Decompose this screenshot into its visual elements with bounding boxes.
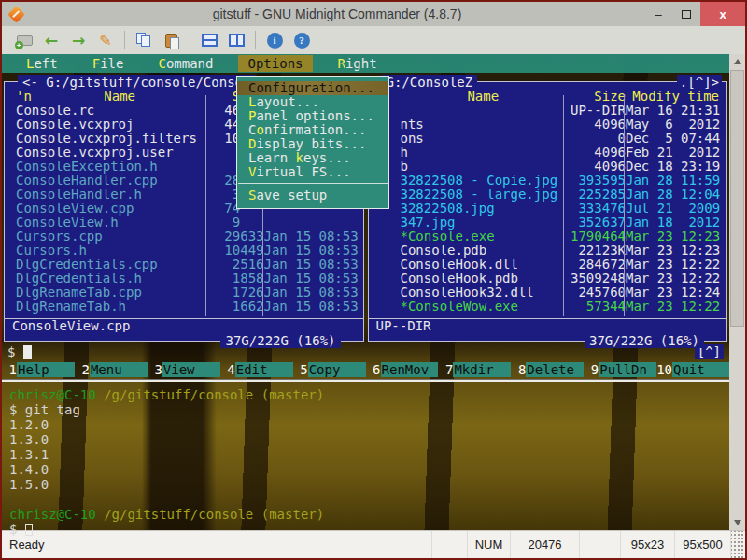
left-panel-ministatus: ConsoleView.cpp: [5, 318, 363, 332]
file-name: nts: [376, 118, 567, 132]
fkey-button-delete[interactable]: 8Delete: [511, 362, 584, 377]
file-row[interactable]: b4096Dec 18 23:19: [369, 160, 727, 174]
menu-item[interactable]: Confirmation...: [237, 123, 388, 137]
vertical-scrollbar[interactable]: [729, 54, 745, 530]
new-tab-button[interactable]: [13, 29, 35, 51]
file-mtime: Jan 15 08:53: [264, 230, 356, 244]
fkey-button-help[interactable]: 1Help: [2, 362, 75, 377]
column-header-name[interactable]: Name: [401, 90, 567, 104]
file-row[interactable]: DlgRenameTab.cpp1726Jan 15 08:53: [5, 286, 363, 300]
split-horizontal-button[interactable]: [198, 29, 220, 51]
file-name: ConsoleHook32.dll: [376, 286, 567, 300]
file-row[interactable]: 347.jpg352637Jan 18 2012: [369, 216, 727, 230]
terminal-scrollback: chrisz@C-10 /g/gitstuff/console (master)…: [2, 383, 729, 537]
copy-button[interactable]: [133, 29, 155, 51]
menu-item[interactable]: Layout...: [237, 95, 388, 109]
file-row[interactable]: 32822508 - Copie.jpg393595Jan 28 11:59: [369, 174, 727, 188]
file-row[interactable]: ConsoleHook.pdb3509248Mar 23 12:22: [369, 272, 727, 286]
back-button[interactable]: ←: [40, 29, 63, 51]
shell-prompt: $: [7, 344, 15, 359]
right-panel-free-space: 37G/222G (16%): [585, 333, 704, 348]
menu-item[interactable]: Virtual FS...: [237, 165, 388, 179]
scrollbar-thumb[interactable]: [730, 70, 744, 327]
file-size: 245760: [566, 286, 626, 300]
file-size: 9: [208, 216, 264, 230]
menu-item[interactable]: Learn keys...: [237, 151, 388, 165]
menu-item[interactable]: Save setup: [237, 189, 388, 203]
file-name: h: [376, 146, 567, 160]
file-row[interactable]: h4096Feb 21 2012: [369, 146, 727, 160]
file-mtime: Jan 15 08:53: [264, 286, 356, 300]
app-window: gitstuff - GNU Midnight Commander (4.8.7…: [0, 0, 747, 560]
column-header-size[interactable]: Size: [566, 90, 626, 104]
fkey-button-menu[interactable]: 2Menu: [75, 362, 148, 377]
resize-grip[interactable]: [730, 531, 745, 558]
right-panel-history-mark[interactable]: .[^]>: [677, 75, 722, 90]
file-row[interactable]: Cursors.cpp29633Jan 15 08:53: [5, 230, 363, 244]
split-horizontal-icon: [202, 34, 218, 47]
scroll-up-button[interactable]: [729, 54, 745, 69]
split-vertical-button[interactable]: [225, 29, 247, 51]
menubar-item[interactable]: Command: [148, 55, 222, 72]
window-title: gitstuff - GNU Midnight Commander (4.8.7…: [30, 7, 644, 21]
terminal-cursor: [25, 524, 33, 536]
file-row[interactable]: 32822508.jpg333476Jul 21 2009: [369, 202, 727, 216]
file-row[interactable]: ConsoleHook32.dll245760Mar 23 12:24: [369, 286, 727, 300]
file-row[interactable]: *Console.exe1790464Mar 23 12:23: [369, 230, 727, 244]
file-row[interactable]: *ConsoleWow.exe57344Mar 23 12:22: [369, 300, 727, 314]
fkey-button-quit[interactable]: 10Quit: [656, 362, 729, 377]
column-header-mtime[interactable]: Modify time: [626, 90, 719, 104]
terminal-line: chrisz@C-10 /g/gitstuff/console (master): [9, 387, 729, 402]
minimize-button[interactable]: –: [644, 2, 672, 26]
column-header-name[interactable]: Name: [32, 90, 208, 104]
split-vertical-icon: [229, 34, 245, 47]
menubar-item[interactable]: Left: [17, 55, 67, 72]
menubar-item[interactable]: Options: [238, 55, 312, 72]
left-panel-path[interactable]: <- G:/gitstuff/console/Consol: [18, 75, 255, 90]
file-row[interactable]: nts4096May 6 2012: [369, 118, 727, 132]
file-row[interactable]: DlgCredentials.h1858Jan 15 08:53: [5, 272, 363, 286]
file-mtime: Jan 18 2012: [626, 216, 719, 230]
file-mtime: Dec 18 23:19: [626, 160, 719, 174]
file-name: Console.vcxproj.filters: [12, 132, 208, 146]
file-name: DlgCredentials.cpp: [12, 258, 208, 272]
file-name: ConsoleView.h: [12, 216, 208, 230]
edit-button[interactable]: ✎: [94, 29, 117, 51]
file-row[interactable]: Console.pdb22123KMar 23 12:23: [369, 244, 727, 258]
file-size: 4096: [566, 118, 626, 132]
close-button[interactable]: x: [700, 2, 745, 26]
file-row[interactable]: 32822508 - large.jpg225285Jan 28 12:04: [369, 188, 727, 202]
fkey-button-pulldn[interactable]: 9PullDn: [584, 362, 656, 377]
file-row[interactable]: UP--DIRMar 16 21:31: [369, 104, 727, 118]
forward-button[interactable]: →: [67, 29, 90, 51]
fkey-button-copy[interactable]: 5Copy: [293, 362, 366, 377]
file-row[interactable]: DlgCredentials.cpp2516Jan 15 08:53: [5, 258, 363, 272]
file-name: *ConsoleWow.exe: [376, 300, 567, 314]
menubar-item[interactable]: Right: [329, 55, 387, 72]
fkey-button-edit[interactable]: 4Edit: [220, 362, 293, 377]
right-panel-file-list: UP--DIRMar 16 21:31nts4096May 6 2012ons0…: [369, 104, 727, 316]
file-row[interactable]: Cursors.h10449Jan 15 08:53: [5, 244, 363, 258]
file-row[interactable]: ConsoleView.h9: [5, 216, 363, 230]
file-name: Console.vcxproj: [12, 118, 208, 132]
maximize-button[interactable]: [672, 2, 700, 26]
file-row[interactable]: DlgRenameTab.h1662Jan 15 08:53: [5, 300, 363, 314]
help-button[interactable]: ?: [290, 29, 313, 51]
fkey-button-mkdir[interactable]: 7Mkdir: [438, 362, 511, 377]
info-button[interactable]: i: [263, 29, 286, 51]
file-size: 0: [566, 132, 626, 146]
paste-icon: [165, 34, 177, 48]
scroll-down-button[interactable]: [729, 515, 745, 530]
fkey-button-renmov[interactable]: 6RenMov: [366, 362, 439, 377]
menubar-item[interactable]: File: [83, 55, 134, 72]
fkey-button-view[interactable]: 3View: [148, 362, 220, 377]
file-row[interactable]: ConsoleHook.dll284672Mar 23 12:22: [369, 258, 727, 272]
menu-item[interactable]: Configuration...: [237, 81, 388, 95]
menu-item[interactable]: Display bits...: [237, 137, 388, 151]
terminal-line: 1.3.1: [9, 447, 729, 462]
file-size: UP--DIR: [566, 104, 626, 118]
paste-button[interactable]: [160, 29, 182, 51]
file-row[interactable]: ons0Dec 5 07:44: [369, 132, 727, 146]
menu-item[interactable]: Panel options...: [237, 109, 388, 123]
right-panel-path[interactable]: G:/ConsoleZ: [382, 75, 478, 90]
